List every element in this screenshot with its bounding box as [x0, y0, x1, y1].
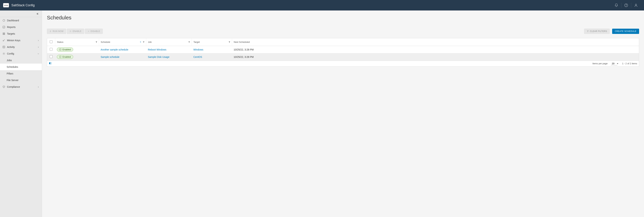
svg-point-9: [3, 40, 4, 41]
page-title: Schedules: [47, 15, 639, 21]
chevron-right-icon: [37, 46, 40, 48]
filter-icon[interactable]: [228, 41, 230, 43]
sidebar-sub-jobs[interactable]: Jobs: [0, 57, 42, 64]
topbar: vmw SaltStack Config: [0, 0, 644, 10]
sidebar-sub-pillars[interactable]: Pillars: [0, 70, 42, 77]
sidebar-item-label: Targets: [7, 32, 40, 35]
row-checkbox[interactable]: [50, 48, 52, 51]
status-badge: Enabled: [57, 55, 73, 59]
svg-rect-8: [4, 34, 5, 35]
svg-rect-15: [50, 62, 51, 64]
app-title: SaltStack Config: [12, 3, 35, 7]
job-link[interactable]: Reboot Windows: [148, 48, 166, 51]
sidebar-item-config[interactable]: Config: [0, 50, 42, 57]
pagination-range: 1 - 2 of 2 items: [622, 62, 637, 65]
schedule-link[interactable]: Another sample schedule: [100, 48, 128, 51]
main-content: Schedules Run Now Enable Disable Clear F…: [42, 10, 644, 217]
target-link[interactable]: CentOS: [194, 55, 202, 58]
col-schedule[interactable]: Schedule: [101, 41, 110, 43]
vmware-logo: vmw: [3, 3, 9, 7]
sidebar-item-dashboard[interactable]: Dashboard: [0, 17, 42, 24]
job-link[interactable]: Sample Disk Usage: [148, 55, 170, 58]
create-schedule-label: Create Schedule: [615, 30, 636, 32]
table-row: EnabledAnother sample scheduleReboot Win…: [47, 46, 639, 53]
col-next[interactable]: Next Scheduled: [234, 41, 250, 43]
help-icon[interactable]: [621, 0, 631, 10]
sidebar-item-label: Compliance: [7, 85, 36, 88]
target-link[interactable]: Windows: [194, 48, 203, 51]
svg-rect-14: [49, 62, 50, 64]
svg-point-11: [4, 53, 4, 54]
create-schedule-button[interactable]: Create Schedule: [612, 29, 639, 34]
sidebar-item-reports[interactable]: Reports: [0, 24, 42, 30]
svg-rect-7: [3, 34, 4, 35]
table-footer: Items per page 20 1 - 2 of 2 items: [47, 61, 639, 67]
sidebar-item-label: Config: [7, 52, 36, 55]
col-target[interactable]: Target: [194, 41, 200, 43]
filter-icon[interactable]: [96, 41, 98, 43]
svg-rect-5: [3, 33, 4, 33]
sidebar-item-label: Minion Keys: [7, 39, 36, 42]
sidebar-sub-file-server[interactable]: File Server: [0, 77, 42, 83]
topbar-actions: [612, 0, 641, 10]
run-now-label: Run Now: [53, 30, 64, 32]
filter-icon[interactable]: [142, 41, 145, 43]
sidebar-item-targets[interactable]: Targets: [0, 30, 42, 37]
sidebar-item-label: Activity: [7, 46, 36, 48]
svg-rect-6: [4, 33, 5, 33]
enable-label: Enable: [72, 30, 82, 32]
clear-filters-label: Clear Filters: [590, 30, 607, 32]
svg-rect-10: [3, 46, 5, 48]
disable-button[interactable]: Disable: [85, 29, 103, 34]
activity-icon: [2, 46, 5, 48]
sidebar-item-minion-keys[interactable]: Minion Keys: [0, 37, 42, 44]
svg-point-2: [635, 4, 636, 5]
action-bar: Run Now Enable Disable Clear Filters Cre…: [47, 29, 639, 34]
chevron-right-icon: [37, 39, 40, 41]
clear-filters-button[interactable]: Clear Filters: [584, 29, 610, 34]
chevron-right-icon: [37, 86, 40, 88]
sidebar-item-activity[interactable]: Activity: [0, 44, 42, 50]
run-now-button[interactable]: Run Now: [47, 29, 66, 34]
key-icon: [2, 39, 5, 42]
select-all-checkbox[interactable]: [50, 40, 52, 43]
sidebar-item-compliance[interactable]: Compliance: [0, 83, 42, 90]
filter-icon[interactable]: [188, 41, 190, 43]
gauge-icon: [2, 19, 5, 22]
gear-icon: [2, 52, 5, 55]
sidebar-item-label: Dashboard: [7, 19, 40, 22]
bell-icon[interactable]: [612, 0, 621, 10]
svg-rect-12: [60, 49, 61, 50]
page-size-select[interactable]: 20: [611, 62, 617, 65]
grid-icon: [2, 32, 5, 35]
user-icon[interactable]: [631, 0, 641, 10]
schedules-table: Status Schedule Job: [47, 38, 639, 61]
next-scheduled: 10/25/22, 3:28 PM: [234, 48, 254, 51]
svg-rect-13: [60, 56, 61, 58]
sidebar: DashboardReportsTargetsMinion KeysActivi…: [0, 10, 42, 217]
col-job[interactable]: Job: [148, 41, 152, 43]
status-badge: Enabled: [57, 47, 73, 51]
chart-icon: [2, 26, 5, 28]
svg-rect-4: [3, 26, 5, 28]
enable-button[interactable]: Enable: [67, 29, 84, 34]
col-status[interactable]: Status: [57, 41, 64, 43]
items-per-page-label: Items per page: [592, 62, 608, 65]
sort-asc-icon[interactable]: [140, 41, 142, 43]
table-row: EnabledSample scheduleSample Disk UsageC…: [47, 53, 639, 61]
column-toggle-icon[interactable]: [49, 62, 52, 65]
sidebar-sub-schedules[interactable]: Schedules: [0, 64, 42, 70]
disable-label: Disable: [91, 30, 100, 32]
row-checkbox[interactable]: [50, 55, 52, 58]
shield-icon: [2, 85, 5, 88]
chevron-down-icon: [37, 53, 40, 55]
next-scheduled: 10/25/22, 3:28 PM: [234, 55, 254, 58]
sidebar-item-label: Reports: [7, 26, 40, 28]
sidebar-collapse[interactable]: [0, 10, 42, 17]
schedule-link[interactable]: Sample schedule: [100, 55, 119, 58]
